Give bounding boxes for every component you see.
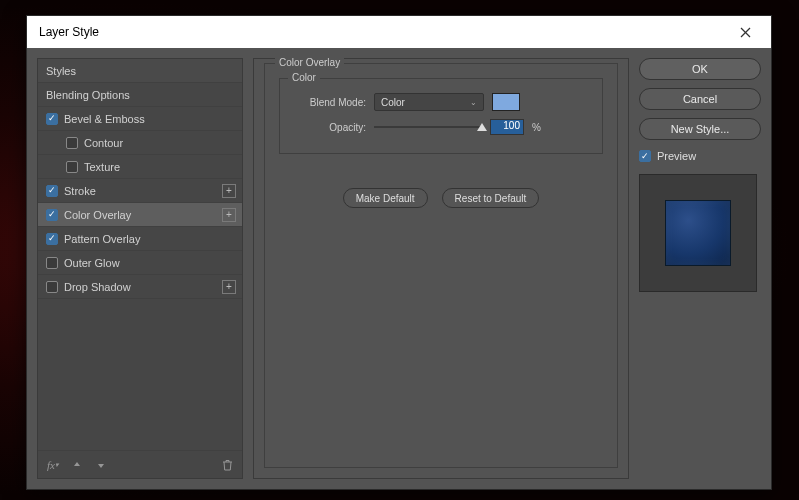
style-item-label: Texture [84, 161, 120, 173]
dialog-title: Layer Style [35, 25, 727, 39]
style-item[interactable]: Blending Options [38, 83, 242, 107]
new-style-button[interactable]: New Style... [639, 118, 761, 140]
styles-sidebar: StylesBlending OptionsBevel & EmbossCont… [37, 58, 243, 479]
preview-checkbox[interactable] [639, 150, 651, 162]
opacity-label: Opacity: [290, 122, 366, 133]
style-checkbox[interactable] [46, 209, 58, 221]
move-down-icon[interactable] [94, 458, 108, 472]
color-swatch[interactable] [492, 93, 520, 111]
style-item[interactable]: Pattern Overlay [38, 227, 242, 251]
color-section-title: Color [288, 72, 320, 83]
preview-box [639, 174, 757, 292]
style-item-label: Drop Shadow [64, 281, 131, 293]
style-checkbox[interactable] [46, 185, 58, 197]
style-item-label: Stroke [64, 185, 96, 197]
style-item[interactable]: Drop Shadow+ [38, 275, 242, 299]
fx-icon[interactable]: fx▾ [46, 458, 60, 472]
style-item-label: Color Overlay [64, 209, 131, 221]
styles-list: StylesBlending OptionsBevel & EmbossCont… [38, 59, 242, 450]
preview-thumbnail [665, 200, 731, 266]
style-item-label: Outer Glow [64, 257, 120, 269]
cancel-button[interactable]: Cancel [639, 88, 761, 110]
style-item[interactable]: Contour [38, 131, 242, 155]
blend-mode-select[interactable]: Color ⌄ [374, 93, 484, 111]
sidebar-footer: fx▾ [38, 450, 242, 478]
blend-mode-value: Color [381, 97, 405, 108]
style-item[interactable]: Outer Glow [38, 251, 242, 275]
trash-icon[interactable] [220, 458, 234, 472]
style-item-label: Contour [84, 137, 123, 149]
preview-label: Preview [657, 150, 696, 162]
effect-panel: Color Overlay Color Blend Mode: Color ⌄ … [253, 58, 629, 479]
style-item[interactable]: Stroke+ [38, 179, 242, 203]
opacity-unit: % [532, 122, 541, 133]
add-effect-icon[interactable]: + [222, 184, 236, 198]
layer-style-dialog: Layer Style StylesBlending OptionsBevel … [26, 15, 772, 490]
blend-mode-label: Blend Mode: [290, 97, 366, 108]
close-button[interactable] [727, 16, 763, 48]
opacity-row: Opacity: 100 % [290, 119, 592, 135]
move-up-icon[interactable] [70, 458, 84, 472]
add-effect-icon[interactable]: + [222, 280, 236, 294]
style-item[interactable]: Texture [38, 155, 242, 179]
style-item-label: Bevel & Emboss [64, 113, 145, 125]
default-buttons: Make Default Reset to Default [265, 188, 617, 208]
make-default-button[interactable]: Make Default [343, 188, 428, 208]
style-item-label: Pattern Overlay [64, 233, 140, 245]
dialog-body: StylesBlending OptionsBevel & EmbossCont… [27, 48, 771, 489]
add-effect-icon[interactable]: + [222, 208, 236, 222]
chevron-down-icon: ⌄ [470, 98, 477, 107]
style-item-label: Blending Options [46, 89, 130, 101]
titlebar: Layer Style [27, 16, 771, 48]
right-column: OK Cancel New Style... Preview [639, 58, 761, 479]
style-checkbox[interactable] [46, 113, 58, 125]
slider-thumb[interactable] [477, 123, 487, 131]
preview-toggle[interactable]: Preview [639, 150, 761, 162]
reset-default-button[interactable]: Reset to Default [442, 188, 540, 208]
opacity-slider[interactable] [374, 120, 482, 134]
group-title: Color Overlay [275, 57, 344, 68]
style-checkbox[interactable] [46, 233, 58, 245]
style-item[interactable]: Styles [38, 59, 242, 83]
color-section: Color Blend Mode: Color ⌄ Opacity: [279, 78, 603, 154]
opacity-field[interactable]: 100 [490, 119, 524, 135]
style-checkbox[interactable] [46, 281, 58, 293]
style-checkbox[interactable] [66, 137, 78, 149]
style-item[interactable]: Bevel & Emboss [38, 107, 242, 131]
color-overlay-group: Color Overlay Color Blend Mode: Color ⌄ … [264, 63, 618, 468]
style-item[interactable]: Color Overlay+ [38, 203, 242, 227]
style-item-label: Styles [46, 65, 76, 77]
ok-button[interactable]: OK [639, 58, 761, 80]
close-icon [740, 27, 751, 38]
blend-mode-row: Blend Mode: Color ⌄ [290, 93, 592, 111]
style-checkbox[interactable] [46, 257, 58, 269]
style-checkbox[interactable] [66, 161, 78, 173]
